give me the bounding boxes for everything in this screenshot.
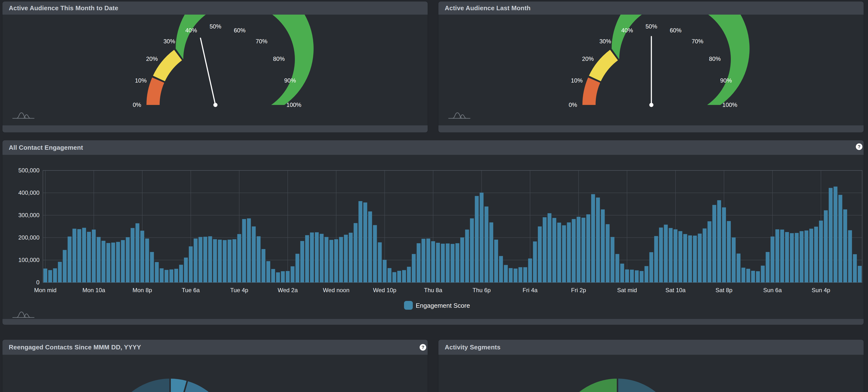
pie-slice[interactable]	[618, 378, 680, 392]
engagement-bar[interactable]	[407, 267, 411, 283]
engagement-bar[interactable]	[756, 271, 760, 283]
engagement-bar[interactable]	[800, 231, 803, 283]
engagement-bar[interactable]	[373, 225, 377, 283]
engagement-bar[interactable]	[698, 233, 702, 283]
segments-pie-chart[interactable]	[438, 355, 864, 392]
engagement-bar[interactable]	[727, 221, 731, 283]
engagement-bar[interactable]	[678, 231, 682, 283]
engagement-bar[interactable]	[775, 229, 779, 283]
engagement-bar[interactable]	[412, 254, 416, 283]
engagement-bar[interactable]	[77, 229, 81, 283]
engagement-bar[interactable]	[160, 268, 163, 283]
engagement-bar[interactable]	[324, 237, 329, 283]
engagement-bar[interactable]	[746, 269, 750, 283]
engagement-bar[interactable]	[227, 239, 231, 283]
engagement-bar[interactable]	[606, 224, 610, 283]
engagement-bar[interactable]	[848, 230, 852, 283]
engagement-bar[interactable]	[843, 209, 847, 283]
engagement-bar[interactable]	[479, 193, 484, 283]
engagement-bar[interactable]	[203, 237, 207, 283]
engagement-bar[interactable]	[63, 250, 67, 283]
engagement-bar[interactable]	[475, 196, 479, 283]
engagement-bar[interactable]	[339, 237, 343, 283]
engagement-bar[interactable]	[232, 239, 236, 283]
engagement-bar[interactable]	[349, 233, 352, 283]
engagement-bar[interactable]	[766, 252, 770, 283]
engagement-bar[interactable]	[300, 241, 304, 283]
engagement-bar[interactable]	[834, 187, 838, 283]
engagement-bar[interactable]	[674, 229, 677, 283]
engagement-bar[interactable]	[470, 219, 474, 283]
engagement-bar[interactable]	[853, 254, 857, 283]
engagement-bar[interactable]	[344, 235, 348, 283]
engagement-bar[interactable]	[809, 229, 813, 283]
engagement-bar[interactable]	[281, 271, 285, 283]
engagement-bar[interactable]	[378, 242, 382, 283]
engagement-bar[interactable]	[611, 237, 615, 283]
engagement-bar[interactable]	[591, 194, 595, 283]
engagement-bar[interactable]	[494, 239, 498, 283]
engagement-bar[interactable]	[543, 217, 547, 283]
engagement-bar[interactable]	[737, 254, 741, 283]
engagement-bar[interactable]	[557, 223, 561, 283]
reengaged-pie-chart[interactable]	[2, 355, 428, 392]
engagement-bar[interactable]	[305, 235, 309, 283]
engagement-bar[interactable]	[562, 225, 566, 283]
engagement-bar[interactable]	[451, 244, 455, 283]
engagement-bar[interactable]	[780, 230, 784, 283]
engagement-bar[interactable]	[577, 217, 581, 283]
engagement-bar[interactable]	[819, 221, 823, 283]
engagement-bar[interactable]	[572, 219, 576, 283]
engagement-bar[interactable]	[431, 241, 435, 283]
gauge-chart-last-month[interactable]: 0%10%20%30%40%50%60%70%80%90%100%	[438, 14, 864, 125]
engagement-bar[interactable]	[111, 242, 115, 283]
help-icon[interactable]: ?	[420, 344, 426, 351]
engagement-bar[interactable]	[121, 240, 125, 283]
engagement-bar[interactable]	[456, 243, 459, 283]
engagement-bar[interactable]	[742, 268, 745, 283]
engagement-bar[interactable]	[334, 239, 338, 283]
engagement-bar[interactable]	[664, 225, 668, 283]
engagement-bar[interactable]	[271, 269, 275, 283]
engagement-bar[interactable]	[707, 221, 711, 283]
engagement-bar[interactable]	[291, 266, 294, 283]
engagement-bar[interactable]	[102, 241, 105, 283]
engagement-bar[interactable]	[315, 232, 319, 283]
engagement-bar[interactable]	[208, 236, 212, 283]
engagement-bar[interactable]	[106, 243, 111, 283]
engagement-bar[interactable]	[92, 230, 96, 283]
engagement-bar[interactable]	[392, 272, 396, 283]
engagement-bar[interactable]	[712, 205, 716, 283]
engagement-bar[interactable]	[688, 235, 692, 283]
engagement-bar[interactable]	[586, 214, 590, 283]
engagement-bar[interactable]	[489, 222, 493, 283]
engagement-bar[interactable]	[858, 266, 862, 283]
engagement-bar[interactable]	[286, 271, 290, 283]
engagement-bar[interactable]	[296, 254, 299, 283]
engagement-bar[interactable]	[465, 230, 469, 283]
engagement-bar[interactable]	[717, 200, 721, 283]
engagement-bar[interactable]	[126, 237, 130, 283]
engagement-bar[interactable]	[683, 234, 687, 283]
engagement-bar[interactable]	[838, 195, 842, 283]
engagement-bar[interactable]	[446, 243, 450, 283]
engagement-bar[interactable]	[722, 207, 726, 283]
engagement-bar[interactable]	[359, 201, 362, 283]
engagement-bar[interactable]	[252, 226, 256, 283]
engagement-bar[interactable]	[771, 236, 774, 283]
engagement-bar[interactable]	[82, 228, 86, 283]
engagement-bar[interactable]	[145, 239, 149, 283]
engagement-bar[interactable]	[814, 227, 818, 283]
engagement-bar[interactable]	[659, 228, 663, 283]
pie-slice[interactable]	[555, 378, 618, 392]
engagement-bar[interactable]	[310, 232, 314, 283]
engagement-bar[interactable]	[383, 260, 387, 283]
engagement-bar[interactable]	[223, 240, 227, 283]
engagement-bar[interactable]	[135, 223, 140, 283]
engagement-bar[interactable]	[790, 233, 794, 283]
engagement-bar[interactable]	[514, 268, 518, 283]
engagement-bar[interactable]	[198, 237, 203, 283]
engagement-bar[interactable]	[174, 269, 178, 283]
engagement-bar[interactable]	[276, 272, 280, 283]
engagement-bar[interactable]	[266, 261, 270, 283]
